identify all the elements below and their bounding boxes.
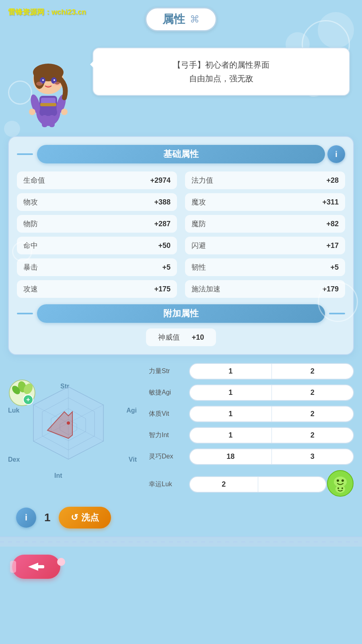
main-stats-card: 基础属性 i 生命值 +2974 法力值 +28 物攻 +388 魔攻 +311… bbox=[8, 136, 354, 355]
title-box: 属性 ⌘ bbox=[145, 7, 217, 31]
stat-name-pdef: 物防 bbox=[23, 219, 38, 229]
alloc-input-dex[interactable]: 18 3 bbox=[189, 448, 354, 465]
info-circle-btn[interactable]: i bbox=[16, 508, 36, 528]
stat-row: 暴击 +5 bbox=[17, 258, 177, 276]
stat-name-aspd: 攻速 bbox=[23, 284, 38, 294]
svg-text:+: + bbox=[26, 396, 30, 403]
svg-rect-18 bbox=[40, 103, 56, 106]
alloc-value-luk-right bbox=[258, 477, 326, 492]
alloc-input-str[interactable]: 1 2 bbox=[189, 363, 354, 380]
back-section bbox=[0, 547, 362, 591]
radar-chart-container: Str Agi Vit Int Dex Luk bbox=[8, 375, 137, 487]
svg-point-15 bbox=[53, 79, 55, 81]
stat-row: 施法加速 +179 bbox=[185, 280, 345, 298]
alloc-label-str: 力量Str bbox=[149, 367, 185, 376]
stat-name-patk: 物攻 bbox=[23, 197, 38, 207]
header-line-left bbox=[17, 153, 33, 155]
back-button[interactable] bbox=[12, 555, 60, 579]
pipe-decoration bbox=[10, 561, 16, 573]
svg-rect-20 bbox=[49, 115, 55, 127]
footer-divider bbox=[0, 537, 362, 547]
info-button[interactable]: i bbox=[327, 145, 345, 163]
addon-row: 神威值 +10 bbox=[17, 328, 345, 346]
stat-value-cspd: +179 bbox=[322, 285, 339, 293]
svg-point-16 bbox=[36, 82, 43, 86]
addon-section: 附加属性 神威值 +10 bbox=[17, 304, 345, 346]
stat-row: 生命值 +2974 bbox=[17, 171, 177, 189]
stats-grid: 生命值 +2974 法力值 +28 物攻 +388 魔攻 +311 物防 +28… bbox=[17, 171, 345, 298]
svg-point-17 bbox=[54, 82, 60, 86]
alloc-row-vit: 体质Vit 1 2 bbox=[149, 406, 354, 422]
stat-row: 魔攻 +311 bbox=[185, 193, 345, 211]
character-sprite bbox=[12, 39, 84, 128]
stat-row: 闪避 +17 bbox=[185, 237, 345, 254]
radar-label-dex: Dex bbox=[8, 456, 20, 463]
alloc-value-str-left: 1 bbox=[190, 364, 272, 379]
alloc-row-str: 力量Str 1 2 bbox=[149, 363, 354, 380]
alloc-inputs: 力量Str 1 2 敏捷Agi 1 2 体质Vit 1 2 bbox=[149, 363, 354, 499]
addon-name-shenwei: 神威值 bbox=[158, 332, 180, 342]
watermark: 雷锋资源网：wchi23.cn bbox=[8, 7, 86, 17]
stat-row: 法力值 +28 bbox=[185, 171, 345, 189]
addon-value-shenwei: +10 bbox=[192, 333, 204, 342]
alloc-input-vit[interactable]: 1 2 bbox=[189, 406, 354, 422]
stat-value-hp: +2974 bbox=[150, 176, 171, 185]
bottom-controls: i 1 ↺ 洗点 bbox=[16, 507, 346, 528]
stat-row: 魔防 +82 bbox=[185, 215, 345, 233]
stat-value-crit: +5 bbox=[162, 263, 171, 272]
stat-name-crit: 暴击 bbox=[23, 262, 38, 272]
alloc-value-int-left: 1 bbox=[190, 428, 272, 443]
speech-line2: 自由加点，强无敌 bbox=[105, 72, 337, 85]
alloc-label-vit: 体质Vit bbox=[149, 410, 185, 418]
stat-row: 韧性 +5 bbox=[185, 258, 345, 276]
stat-name-mdef: 魔防 bbox=[191, 219, 206, 229]
svg-point-29 bbox=[67, 421, 70, 425]
stat-name-tough: 韧性 bbox=[191, 262, 206, 272]
alloc-value-dex-left: 18 bbox=[190, 449, 272, 464]
alloc-input-agi[interactable]: 1 2 bbox=[189, 384, 354, 401]
addon-header: 附加属性 bbox=[17, 304, 345, 323]
alloc-label-int: 智力Int bbox=[149, 431, 185, 440]
stat-value-pdef: +287 bbox=[154, 220, 171, 228]
stat-name-hit: 命中 bbox=[23, 241, 38, 250]
alloc-value-luk-left: 2 bbox=[190, 477, 258, 492]
stat-value-hit: +50 bbox=[158, 242, 171, 250]
alloc-label-agi: 敏捷Agi bbox=[149, 388, 185, 397]
stat-value-aspd: +175 bbox=[154, 285, 171, 293]
alloc-row-dex: 灵巧Dex 18 3 bbox=[149, 448, 354, 465]
page-title: 属性 bbox=[162, 12, 185, 27]
radar-label-agi: Agi bbox=[126, 407, 137, 414]
svg-point-41 bbox=[337, 487, 339, 489]
svg-point-14 bbox=[42, 79, 44, 81]
stat-value-patk: +388 bbox=[154, 198, 171, 206]
wechat-icon bbox=[327, 470, 354, 499]
alloc-value-str-right: 2 bbox=[272, 364, 354, 379]
svg-rect-44 bbox=[34, 565, 44, 568]
reset-icon: ↺ bbox=[71, 512, 78, 523]
alloc-value-agi-left: 1 bbox=[190, 385, 272, 400]
alloc-input-luk[interactable]: 2 bbox=[189, 476, 327, 493]
top-header: 雷锋资源网：wchi23.cn 属性 ⌘ bbox=[0, 0, 362, 35]
stat-name-matk: 魔攻 bbox=[191, 197, 206, 207]
stat-value-mp: +28 bbox=[326, 176, 339, 185]
alloc-row-luk: 幸运Luk 2 bbox=[149, 470, 354, 499]
stat-row: 物防 +287 bbox=[17, 215, 177, 233]
stat-value-tough: +5 bbox=[330, 263, 339, 272]
addon-stats-title: 附加属性 bbox=[37, 304, 325, 323]
svg-point-40 bbox=[335, 485, 345, 493]
available-points: 1 bbox=[44, 511, 51, 524]
svg-point-42 bbox=[341, 487, 343, 489]
alloc-value-int-right: 2 bbox=[272, 428, 354, 443]
reset-label: 洗点 bbox=[81, 512, 99, 524]
reset-button[interactable]: ↺ 洗点 bbox=[59, 507, 111, 528]
plant-icon: + bbox=[8, 379, 36, 407]
stat-name-hp: 生命值 bbox=[23, 175, 45, 185]
alloc-input-int[interactable]: 1 2 bbox=[189, 427, 354, 444]
svg-point-6 bbox=[61, 109, 68, 115]
stat-name-dodge: 闪避 bbox=[191, 241, 206, 250]
svg-point-39 bbox=[341, 479, 344, 482]
radar-label-luk: Luk bbox=[8, 407, 19, 414]
alloc-value-vit-right: 2 bbox=[272, 407, 354, 421]
alloc-content: Str Agi Vit Int Dex Luk bbox=[8, 363, 354, 499]
stat-name-cspd: 施法加速 bbox=[191, 284, 220, 294]
